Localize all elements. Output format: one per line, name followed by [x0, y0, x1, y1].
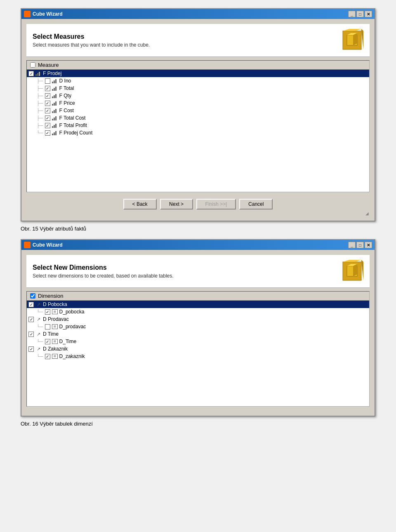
dimensions-list[interactable]: Dimension ↗ D Pobocka └─ ⊞ D_pobocka ↗ D… — [26, 291, 370, 407]
measures-list[interactable]: Measure F Prodej ├─ D Ino — [26, 60, 370, 192]
label-dpobocka: D Pobocka — [43, 301, 67, 307]
list-item-dzakaznik-tbl[interactable]: └─ ⊞ D_zakaznik — [35, 353, 369, 360]
checkbox-fprice[interactable] — [45, 101, 50, 106]
checkbox-fqty[interactable] — [45, 93, 50, 99]
list-item-dino[interactable]: ├─ D Ino — [35, 77, 369, 85]
connector-fcost: ├─ — [37, 108, 43, 113]
checkbox-dino[interactable] — [45, 78, 50, 84]
buttons-row-1: < Back Next > Finish >>| Cancel — [26, 196, 370, 211]
label-dino: D Ino — [59, 78, 71, 84]
cube-icon — [24, 11, 31, 17]
list-item-dprodavac-tbl[interactable]: └─ ⊞ D_prodavac — [35, 323, 369, 330]
bar-icon-fcost — [52, 108, 58, 113]
maximize-button-2[interactable]: □ — [356, 242, 364, 248]
minimize-button-2[interactable]: _ — [348, 242, 356, 248]
label-dtime-tbl: D_Time — [59, 339, 77, 344]
list-item-dpobocka-tbl[interactable]: └─ ⊞ D_pobocka — [35, 308, 369, 315]
list-item-ftotalprofit[interactable]: ├─ F Total Profit — [35, 122, 369, 129]
cube-wizard-icon-1 — [341, 29, 363, 52]
list-item-fprice[interactable]: ├─ F Price — [35, 99, 369, 107]
checkbox-dpobocka-tbl[interactable] — [45, 309, 50, 315]
connector-dino: ├─ — [37, 78, 43, 83]
label-dprodavac: D Prodavac — [43, 316, 69, 322]
caption-1: Obr. 15 Výběr atributů faktů — [21, 226, 375, 232]
header-text-1: Select Measures Select measures that you… — [33, 33, 150, 48]
list-header-label-2: Dimension — [38, 293, 63, 299]
cube-wizard-window-2: Cube Wizard _ □ ✕ Select New Dimensions … — [21, 239, 375, 417]
checkbox-fcost[interactable] — [45, 108, 50, 113]
checkbox-dprodavac-tbl[interactable] — [45, 324, 50, 330]
svg-marker-2 — [361, 29, 363, 49]
bar-icon-fprice — [52, 101, 58, 106]
label-dpobocka-tbl: D_pobocka — [59, 309, 85, 315]
checkbox-ftotal[interactable] — [45, 86, 50, 91]
title-controls: _ □ ✕ — [348, 11, 372, 17]
bar-icon-fprodej — [35, 71, 41, 76]
header-checkbox-2[interactable] — [30, 293, 35, 299]
title-bar-left: Cube Wizard — [24, 11, 63, 17]
bar-icon-ftotalcost — [52, 115, 58, 120]
header-text-2: Select New Dimensions Select new dimensi… — [33, 264, 174, 279]
label-fqty: F Qty — [59, 93, 71, 99]
checkbox-dprodavac[interactable] — [28, 317, 34, 322]
list-header-2: Dimension — [27, 292, 369, 301]
bar-icon-fprodejcount — [52, 130, 58, 135]
cube-icon-2 — [24, 242, 31, 248]
header-checkbox-1[interactable] — [30, 62, 35, 68]
svg-marker-8 — [361, 260, 363, 280]
title-bar-left-2: Cube Wizard — [24, 242, 63, 248]
list-header-label-1: Measure — [38, 62, 59, 68]
bar-icon-ftotalprofit — [52, 123, 58, 128]
list-item-dzakaznik[interactable]: ↗ D Zakaznik — [27, 345, 369, 353]
checkbox-ftotalprofit[interactable] — [45, 123, 50, 128]
connector-dzakaznik-tbl: └─ — [37, 354, 43, 359]
list-item-fprodej[interactable]: F Prodej — [27, 70, 369, 77]
next-button-1[interactable]: Next > — [160, 199, 193, 210]
title-bar-1: Cube Wizard _ □ ✕ — [21, 9, 375, 19]
checkbox-dzakaznik[interactable] — [28, 346, 34, 352]
checkbox-dtime[interactable] — [28, 332, 34, 337]
window-title-2: Cube Wizard — [33, 242, 63, 248]
list-item-dtime-tbl[interactable]: └─ ⊞ D_Time — [35, 338, 369, 345]
checkbox-dtime-tbl[interactable] — [45, 339, 50, 344]
cancel-button-1[interactable]: Cancel — [239, 199, 273, 210]
list-item-fqty[interactable]: ├─ F Qty — [35, 92, 369, 99]
minimize-button[interactable]: _ — [348, 11, 356, 17]
back-button-1[interactable]: < Back — [123, 199, 157, 210]
connector-ftotalcost: ├─ — [37, 115, 43, 120]
checkbox-dpobocka[interactable] — [28, 302, 34, 307]
svg-marker-5 — [353, 33, 357, 45]
list-item-dpobocka[interactable]: ↗ D Pobocka — [27, 301, 369, 308]
list-item-ftotal[interactable]: ├─ F Total — [35, 85, 369, 92]
title-bar-2: Cube Wizard _ □ ✕ — [21, 240, 375, 250]
label-dprodavac-tbl: D_prodavac — [59, 324, 86, 330]
table-icon-dprodavac: ⊞ — [52, 324, 58, 329]
connector-dpobocka-tbl: └─ — [37, 309, 43, 314]
finish-button-1[interactable]: Finish >>| — [196, 199, 236, 210]
wizard-header-1: Select Measures Select measures that you… — [26, 24, 370, 57]
checkbox-fprodejcount[interactable] — [45, 130, 50, 136]
list-item-fprodejcount[interactable]: └─ F Prodej Count — [35, 129, 369, 137]
list-item-dtime[interactable]: ↗ D Time — [27, 330, 369, 338]
connector-fprice: ├─ — [37, 101, 43, 106]
label-fcost: F Cost — [59, 108, 74, 113]
close-button-2[interactable]: ✕ — [365, 242, 372, 248]
list-item-dprodavac[interactable]: ↗ D Prodavac — [27, 315, 369, 323]
close-button[interactable]: ✕ — [365, 11, 372, 17]
label-fprodej: F Prodej — [43, 71, 61, 76]
cube-wizard-window-1: Cube Wizard _ □ ✕ Select Measures Select… — [21, 8, 375, 221]
list-item-fcost[interactable]: ├─ F Cost — [35, 107, 369, 114]
label-fprice: F Price — [59, 100, 75, 106]
checkbox-dzakaznik-tbl[interactable] — [45, 354, 50, 359]
table-icon-dtime: ⊞ — [52, 339, 58, 344]
list-item-ftotalcost[interactable]: ├─ F Total Cost — [35, 114, 369, 122]
checkbox-fprodej[interactable] — [28, 71, 34, 76]
connector-fprodejcount: └─ — [37, 130, 43, 135]
connector-dtime-tbl: └─ — [37, 339, 43, 344]
window-body-2: Select New Dimensions Select new dimensi… — [21, 250, 375, 416]
bar-icon-fqty — [52, 93, 58, 98]
header-subtitle-1: Select measures that you want to include… — [33, 42, 150, 48]
maximize-button[interactable]: □ — [356, 11, 364, 17]
checkbox-ftotalcost[interactable] — [45, 115, 50, 121]
label-ftotalprofit: F Total Profit — [59, 122, 87, 128]
